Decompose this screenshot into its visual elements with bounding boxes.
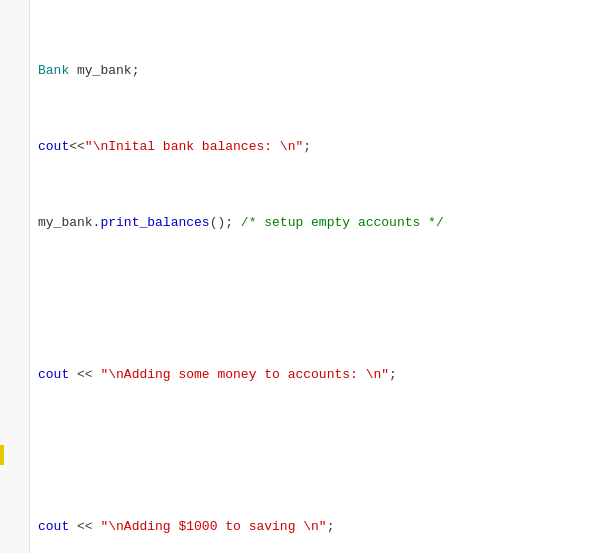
line-6 bbox=[38, 441, 587, 460]
line-4 bbox=[38, 289, 587, 308]
line-3: my_bank.print_balances(); /* setup empty… bbox=[38, 213, 587, 232]
gutter bbox=[0, 0, 30, 553]
yellow-bar-indicator bbox=[0, 445, 4, 465]
code-area[interactable]: Bank my_bank; cout<<"\nInital bank balan… bbox=[30, 0, 595, 553]
line-5: cout << "\nAdding some money to accounts… bbox=[38, 365, 587, 384]
line-7: cout << "\nAdding $1000 to saving \n"; bbox=[38, 517, 587, 536]
line-1: Bank my_bank; bbox=[38, 61, 587, 80]
code-container: Bank my_bank; cout<<"\nInital bank balan… bbox=[0, 0, 595, 553]
line-2: cout<<"\nInital bank balances: \n"; bbox=[38, 137, 587, 156]
